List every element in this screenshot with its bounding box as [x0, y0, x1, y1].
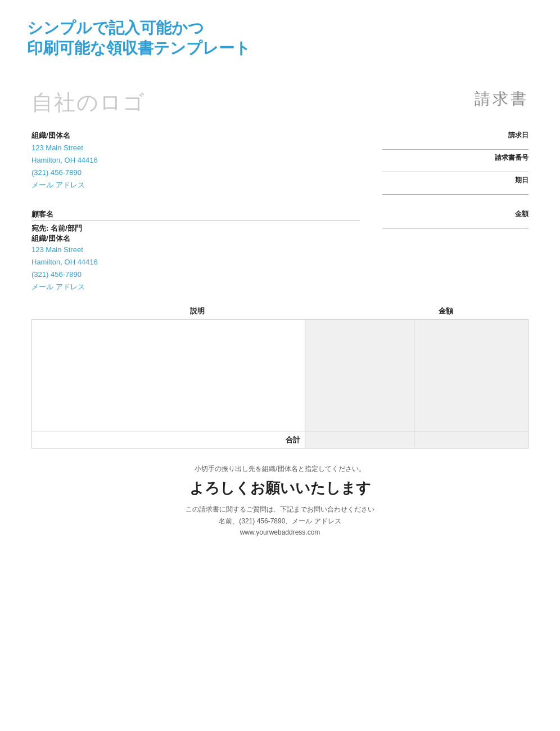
th-description: 説明 — [31, 306, 363, 316]
td-amount-right[interactable] — [414, 320, 528, 432]
footer-area: 小切手の振り出し先を組織/団体名と指定してください。 よろしくお願いいたします … — [31, 464, 529, 536]
meta-due-value[interactable] — [382, 185, 529, 193]
page-title-line2: 印刷可能な領収書テンプレート — [27, 38, 533, 59]
amount-label: 金額 — [382, 209, 529, 219]
bill-to-phone: (321) 456-7890 — [31, 268, 360, 281]
total-label: 合計 — [32, 432, 305, 449]
footer-contact-note: この請求書に関するご質問は、下記までお問い合わせください — [31, 505, 529, 514]
doc-header: 自社のロゴ 請求書 — [31, 88, 529, 117]
bill-to-address1: 123 Main Street — [31, 244, 360, 256]
meta-number-row: 請求書番号 — [382, 153, 529, 172]
amount-value[interactable] — [382, 219, 529, 227]
document: 自社のロゴ 請求書 組織/団体名 123 Main Street Hamilto… — [0, 70, 560, 559]
footer-contact-details: 名前、(321) 456-7890、メール アドレス — [31, 517, 529, 526]
total-amount-right[interactable] — [414, 432, 528, 449]
bill-to-section: 顧客名 宛先: 名前/部門 組織/団体名 123 Main Street Ham… — [31, 209, 529, 293]
td-amount-mid[interactable] — [305, 320, 414, 432]
page-title-area: シンプルで記入可能かつ 印刷可能な領収書テンプレート — [0, 0, 560, 70]
table-header: 説明 金額 — [31, 303, 529, 319]
bill-to-right: 金額 — [382, 209, 529, 293]
bill-to-name-dept: 宛先: 名前/部門 — [31, 223, 360, 234]
meta-due-row: 期日 — [382, 176, 529, 195]
amount-row: 金額 — [382, 209, 529, 228]
th-amount: 金額 — [363, 306, 529, 316]
meta-date-row: 請求日 — [382, 131, 529, 150]
bill-to-email: メール アドレス — [31, 281, 360, 293]
bill-to-org-name: 組織/団体名 — [31, 234, 360, 244]
sender-address1: 123 Main Street — [31, 142, 360, 154]
invoice-table: 合計 — [31, 319, 529, 449]
info-grid: 組織/団体名 123 Main Street Hamilton, OH 4441… — [31, 131, 529, 198]
meta-date-value[interactable] — [382, 140, 529, 148]
total-row: 合計 — [32, 432, 529, 449]
logo-placeholder: 自社のロゴ — [31, 88, 146, 117]
table-row — [32, 320, 529, 432]
sender-address2: Hamilton, OH 44416 — [31, 154, 360, 167]
footer-website: www.yourwebaddress.com — [31, 528, 529, 536]
page-title-line1: シンプルで記入可能かつ — [27, 18, 533, 38]
footer-check-note: 小切手の振り出し先を組織/団体名と指定してください。 — [31, 464, 529, 474]
footer-thank-you: よろしくお願いいたします — [31, 478, 529, 498]
meta-due-label: 期日 — [382, 176, 529, 185]
sender-phone: (321) 456-7890 — [31, 167, 360, 179]
sender-email: メール アドレス — [31, 179, 360, 191]
meta-number-label: 請求書番号 — [382, 153, 529, 163]
sender-info: 組織/団体名 123 Main Street Hamilton, OH 4441… — [31, 131, 360, 198]
td-description[interactable] — [32, 320, 305, 432]
total-amount-mid[interactable] — [305, 432, 414, 449]
invoice-title: 請求書 — [475, 88, 529, 110]
bill-to-address2: Hamilton, OH 44416 — [31, 256, 360, 268]
meta-date-label: 請求日 — [382, 131, 529, 140]
sender-org-label: 組織/団体名 — [31, 131, 360, 141]
bill-to-label: 顧客名 — [31, 209, 360, 221]
meta-number-value[interactable] — [382, 163, 529, 171]
bill-to-left: 顧客名 宛先: 名前/部門 組織/団体名 123 Main Street Ham… — [31, 209, 360, 293]
invoice-meta: 請求日 請求書番号 期日 — [382, 131, 529, 198]
